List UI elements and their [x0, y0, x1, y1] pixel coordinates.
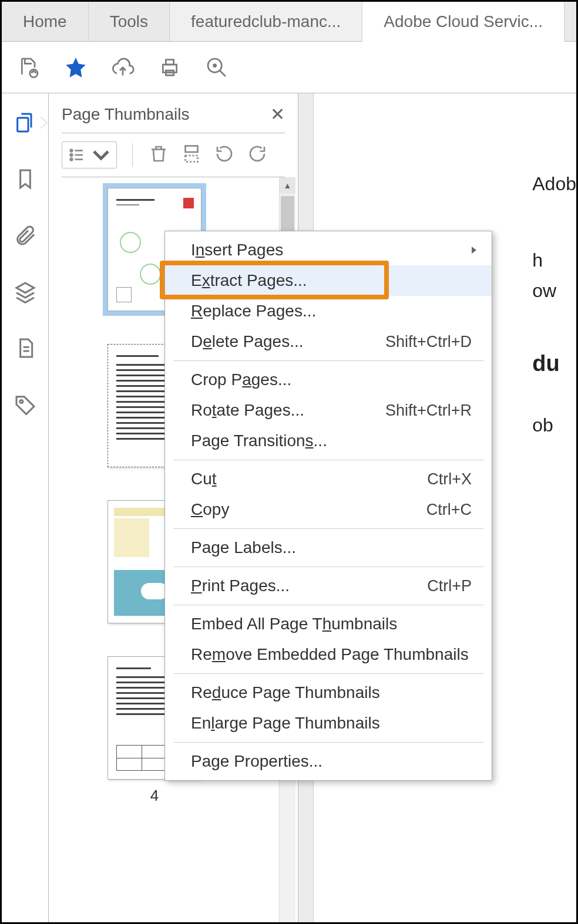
page-number-label: 4 [107, 787, 201, 805]
menu-copy[interactable]: CopyCtrl+C [165, 494, 492, 525]
svg-rect-3 [166, 70, 173, 75]
menu-page-transitions[interactable]: Page Transitions... [165, 426, 492, 456]
context-menu: Insert Pages Extract Pages... Replace Pa… [164, 231, 492, 781]
menu-print-pages[interactable]: Print Pages...Ctrl+P [165, 571, 492, 601]
svg-rect-16 [186, 146, 198, 153]
menu-separator [173, 605, 483, 605]
svg-point-14 [70, 159, 73, 161]
menu-separator [173, 528, 483, 529]
menu-separator [173, 673, 483, 674]
menu-extract-pages[interactable]: Extract Pages... [165, 265, 492, 296]
page-rail-icon[interactable] [14, 336, 37, 360]
menu-page-labels[interactable]: Page Labels... [165, 532, 492, 563]
tab-adobe-cloud[interactable]: Adobe Cloud Servic... [362, 2, 564, 42]
svg-point-9 [19, 400, 22, 403]
panel-title: Page Thumbnails [62, 105, 189, 124]
svg-point-12 [70, 154, 73, 156]
menu-cut[interactable]: CutCtrl+X [165, 464, 492, 494]
extract-icon[interactable] [181, 143, 202, 167]
document-text: Adob h ow du ob [532, 170, 576, 485]
rotate-cw-icon[interactable] [247, 143, 268, 167]
search-icon[interactable] [204, 55, 230, 80]
tag-rail-icon[interactable] [14, 393, 37, 416]
scroll-up-icon[interactable]: ▲ [280, 177, 295, 194]
doc-line: Adob [532, 170, 576, 198]
menu-reduce-thumbnails[interactable]: Reduce Page Thumbnails [165, 677, 492, 708]
window: Home Tools featuredclub-manc... Adobe Cl… [0, 0, 578, 924]
panel-header: Page Thumbnails ✕ [49, 93, 298, 133]
menu-embed-thumbnails[interactable]: Embed All Page Thumbnails [165, 609, 492, 639]
menu-rotate-pages[interactable]: Rotate Pages...Shift+Ctrl+R [165, 395, 492, 426]
doc-line: ow [532, 276, 576, 305]
panel-tools [49, 133, 298, 177]
upload-cloud-icon[interactable] [110, 55, 136, 80]
layers-rail-icon[interactable] [14, 280, 37, 303]
menu-enlarge-thumbnails[interactable]: Enlarge Page Thumbnails [165, 708, 492, 738]
menu-page-properties[interactable]: Page Properties... [165, 746, 492, 777]
doc-line: ob [532, 411, 576, 439]
doc-line: du [532, 347, 576, 380]
save-cloud-icon[interactable] [16, 55, 42, 80]
tab-bar: Home Tools featuredclub-manc... Adobe Cl… [2, 2, 576, 42]
doc-line: h [532, 246, 576, 274]
tab-home[interactable]: Home [2, 2, 89, 41]
bookmarks-rail-icon[interactable] [14, 167, 37, 191]
menu-insert-pages[interactable]: Insert Pages [165, 235, 492, 265]
tab-tools[interactable]: Tools [89, 2, 170, 41]
menu-separator [173, 360, 483, 361]
attachments-rail-icon[interactable] [14, 224, 37, 247]
delete-icon[interactable] [148, 143, 169, 167]
menu-separator [173, 566, 483, 567]
print-icon[interactable] [157, 55, 183, 80]
svg-line-5 [220, 70, 226, 76]
svg-rect-2 [166, 59, 173, 64]
close-icon[interactable]: ✕ [270, 104, 285, 124]
svg-point-6 [214, 64, 216, 66]
svg-point-10 [70, 150, 73, 152]
tab-document[interactable]: featuredclub-manc... [170, 2, 362, 41]
menu-crop-pages[interactable]: Crop Pages... [165, 365, 492, 395]
left-rail [2, 93, 49, 922]
main-toolbar [2, 42, 576, 93]
thumbnails-rail-icon[interactable] [14, 111, 37, 134]
rotate-ccw-icon[interactable] [214, 143, 235, 167]
menu-separator [173, 460, 483, 460]
star-icon[interactable] [63, 55, 89, 80]
separator [132, 143, 133, 167]
menu-delete-pages[interactable]: Delete Pages...Shift+Ctrl+D [165, 326, 492, 357]
menu-remove-thumbnails[interactable]: Remove Embedded Page Thumbnails [165, 639, 492, 670]
menu-separator [173, 742, 483, 743]
menu-replace-pages[interactable]: Replace Pages... [165, 296, 492, 326]
options-dropdown[interactable] [62, 141, 117, 168]
